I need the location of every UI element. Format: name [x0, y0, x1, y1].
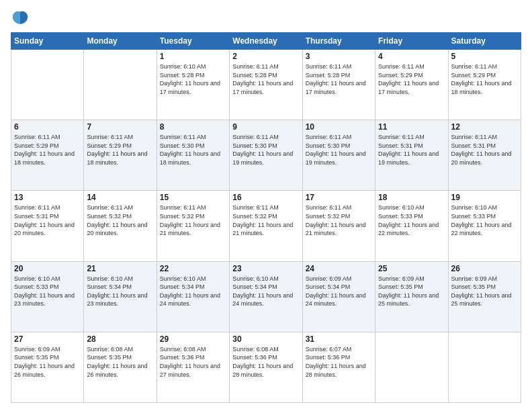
day-info: Sunrise: 6:11 AMSunset: 5:30 PMDaylight:… — [306, 133, 372, 167]
day-info: Sunrise: 6:11 AMSunset: 5:32 PMDaylight:… — [306, 203, 372, 237]
weekday-header-wednesday: Wednesday — [230, 33, 302, 50]
day-number: 14 — [87, 193, 153, 202]
week-row-3: 13Sunrise: 6:11 AMSunset: 5:31 PMDayligh… — [11, 191, 521, 261]
calendar-cell: 19Sunrise: 6:10 AMSunset: 5:33 PMDayligh… — [448, 191, 521, 261]
day-info: Sunrise: 6:10 AMSunset: 5:33 PMDaylight:… — [14, 275, 81, 308]
week-row-2: 6Sunrise: 6:11 AMSunset: 5:29 PMDaylight… — [11, 120, 521, 191]
calendar-cell: 21Sunrise: 6:10 AMSunset: 5:34 PMDayligh… — [84, 261, 157, 332]
weekday-header-sunday: Sunday — [11, 33, 84, 50]
day-info: Sunrise: 6:10 AMSunset: 5:34 PMDaylight:… — [160, 275, 226, 308]
calendar-cell: 15Sunrise: 6:11 AMSunset: 5:32 PMDayligh… — [157, 191, 229, 261]
calendar-cell: 22Sunrise: 6:10 AMSunset: 5:34 PMDayligh… — [157, 261, 229, 332]
calendar-cell: 8Sunrise: 6:11 AMSunset: 5:30 PMDaylight… — [157, 120, 229, 191]
day-number: 27 — [14, 334, 81, 344]
day-number: 4 — [378, 52, 445, 61]
day-info: Sunrise: 6:08 AMSunset: 5:36 PMDaylight:… — [160, 345, 226, 379]
day-info: Sunrise: 6:11 AMSunset: 5:30 PMDaylight:… — [232, 133, 299, 167]
week-row-5: 27Sunrise: 6:09 AMSunset: 5:35 PMDayligh… — [11, 332, 521, 402]
calendar-cell: 17Sunrise: 6:11 AMSunset: 5:32 PMDayligh… — [302, 191, 375, 261]
day-info: Sunrise: 6:10 AMSunset: 5:33 PMDaylight:… — [451, 203, 518, 237]
calendar-cell: 28Sunrise: 6:08 AMSunset: 5:35 PMDayligh… — [84, 332, 157, 402]
day-number: 3 — [306, 52, 372, 61]
day-info: Sunrise: 6:11 AMSunset: 5:32 PMDaylight:… — [232, 203, 299, 237]
day-number: 18 — [378, 193, 445, 202]
calendar-cell: 16Sunrise: 6:11 AMSunset: 5:32 PMDayligh… — [230, 191, 302, 261]
calendar-cell — [11, 50, 84, 120]
day-number: 29 — [160, 334, 226, 344]
day-info: Sunrise: 6:07 AMSunset: 5:36 PMDaylight:… — [306, 345, 372, 379]
day-number: 25 — [378, 264, 445, 273]
weekday-header-tuesday: Tuesday — [157, 33, 229, 50]
day-number: 10 — [306, 122, 372, 132]
calendar-cell: 20Sunrise: 6:10 AMSunset: 5:33 PMDayligh… — [11, 261, 84, 332]
day-number: 5 — [451, 52, 518, 61]
day-info: Sunrise: 6:11 AMSunset: 5:29 PMDaylight:… — [14, 133, 81, 167]
weekday-header-friday: Friday — [375, 33, 448, 50]
day-number: 6 — [14, 122, 81, 132]
day-number: 20 — [14, 264, 81, 273]
calendar-cell: 2Sunrise: 6:11 AMSunset: 5:28 PMDaylight… — [230, 50, 302, 120]
week-row-4: 20Sunrise: 6:10 AMSunset: 5:33 PMDayligh… — [11, 261, 521, 332]
weekday-header-row: SundayMondayTuesdayWednesdayThursdayFrid… — [11, 33, 521, 50]
day-info: Sunrise: 6:11 AMSunset: 5:29 PMDaylight:… — [378, 62, 445, 96]
day-number: 24 — [306, 264, 372, 273]
day-info: Sunrise: 6:11 AMSunset: 5:32 PMDaylight:… — [160, 203, 226, 237]
weekday-header-saturday: Saturday — [448, 33, 521, 50]
logo-icon — [11, 8, 30, 27]
calendar-cell: 5Sunrise: 6:11 AMSunset: 5:29 PMDaylight… — [448, 50, 521, 120]
calendar-cell: 1Sunrise: 6:10 AMSunset: 5:28 PMDaylight… — [157, 50, 229, 120]
calendar-cell: 29Sunrise: 6:08 AMSunset: 5:36 PMDayligh… — [157, 332, 229, 402]
calendar-cell: 11Sunrise: 6:11 AMSunset: 5:31 PMDayligh… — [375, 120, 448, 191]
day-info: Sunrise: 6:09 AMSunset: 5:35 PMDaylight:… — [378, 275, 445, 308]
day-number: 2 — [232, 52, 299, 61]
day-number: 8 — [160, 122, 226, 132]
calendar-cell: 31Sunrise: 6:07 AMSunset: 5:36 PMDayligh… — [302, 332, 375, 402]
calendar-cell: 27Sunrise: 6:09 AMSunset: 5:35 PMDayligh… — [11, 332, 84, 402]
day-info: Sunrise: 6:11 AMSunset: 5:32 PMDaylight:… — [87, 203, 153, 237]
day-number: 23 — [232, 264, 299, 273]
calendar-cell: 14Sunrise: 6:11 AMSunset: 5:32 PMDayligh… — [84, 191, 157, 261]
calendar-cell: 18Sunrise: 6:10 AMSunset: 5:33 PMDayligh… — [375, 191, 448, 261]
day-info: Sunrise: 6:11 AMSunset: 5:28 PMDaylight:… — [232, 62, 299, 96]
day-number: 9 — [232, 122, 299, 132]
day-number: 22 — [160, 264, 226, 273]
page: SundayMondayTuesdayWednesdayThursdayFrid… — [0, 0, 532, 411]
calendar-cell: 13Sunrise: 6:11 AMSunset: 5:31 PMDayligh… — [11, 191, 84, 261]
calendar-cell: 4Sunrise: 6:11 AMSunset: 5:29 PMDaylight… — [375, 50, 448, 120]
day-number: 12 — [451, 122, 518, 132]
day-info: Sunrise: 6:11 AMSunset: 5:29 PMDaylight:… — [451, 62, 518, 96]
day-info: Sunrise: 6:09 AMSunset: 5:35 PMDaylight:… — [14, 345, 81, 379]
week-row-1: 1Sunrise: 6:10 AMSunset: 5:28 PMDaylight… — [11, 50, 521, 120]
day-info: Sunrise: 6:08 AMSunset: 5:36 PMDaylight:… — [232, 345, 299, 379]
calendar-cell: 9Sunrise: 6:11 AMSunset: 5:30 PMDaylight… — [230, 120, 302, 191]
day-info: Sunrise: 6:09 AMSunset: 5:34 PMDaylight:… — [306, 275, 372, 308]
day-info: Sunrise: 6:11 AMSunset: 5:28 PMDaylight:… — [306, 62, 372, 96]
day-number: 1 — [160, 52, 226, 61]
calendar-cell: 25Sunrise: 6:09 AMSunset: 5:35 PMDayligh… — [375, 261, 448, 332]
calendar-cell: 6Sunrise: 6:11 AMSunset: 5:29 PMDaylight… — [11, 120, 84, 191]
calendar-cell: 3Sunrise: 6:11 AMSunset: 5:28 PMDaylight… — [302, 50, 375, 120]
calendar-cell: 10Sunrise: 6:11 AMSunset: 5:30 PMDayligh… — [302, 120, 375, 191]
calendar-cell: 12Sunrise: 6:11 AMSunset: 5:31 PMDayligh… — [448, 120, 521, 191]
weekday-header-monday: Monday — [84, 33, 157, 50]
calendar-cell — [448, 332, 521, 402]
day-info: Sunrise: 6:11 AMSunset: 5:31 PMDaylight:… — [14, 203, 81, 237]
day-number: 28 — [87, 334, 153, 344]
calendar-cell: 23Sunrise: 6:10 AMSunset: 5:34 PMDayligh… — [230, 261, 302, 332]
day-info: Sunrise: 6:10 AMSunset: 5:28 PMDaylight:… — [160, 62, 226, 96]
day-info: Sunrise: 6:10 AMSunset: 5:33 PMDaylight:… — [378, 203, 445, 237]
calendar-cell: 30Sunrise: 6:08 AMSunset: 5:36 PMDayligh… — [230, 332, 302, 402]
day-info: Sunrise: 6:10 AMSunset: 5:34 PMDaylight:… — [87, 275, 153, 308]
day-info: Sunrise: 6:11 AMSunset: 5:31 PMDaylight:… — [378, 133, 445, 167]
day-number: 30 — [232, 334, 299, 344]
day-number: 15 — [160, 193, 226, 202]
logo — [11, 8, 32, 27]
day-number: 7 — [87, 122, 153, 132]
day-info: Sunrise: 6:08 AMSunset: 5:35 PMDaylight:… — [87, 345, 153, 379]
day-number: 17 — [306, 193, 372, 202]
calendar-cell: 24Sunrise: 6:09 AMSunset: 5:34 PMDayligh… — [302, 261, 375, 332]
weekday-header-thursday: Thursday — [302, 33, 375, 50]
calendar-cell: 7Sunrise: 6:11 AMSunset: 5:29 PMDaylight… — [84, 120, 157, 191]
day-number: 26 — [451, 264, 518, 273]
day-info: Sunrise: 6:11 AMSunset: 5:30 PMDaylight:… — [160, 133, 226, 167]
